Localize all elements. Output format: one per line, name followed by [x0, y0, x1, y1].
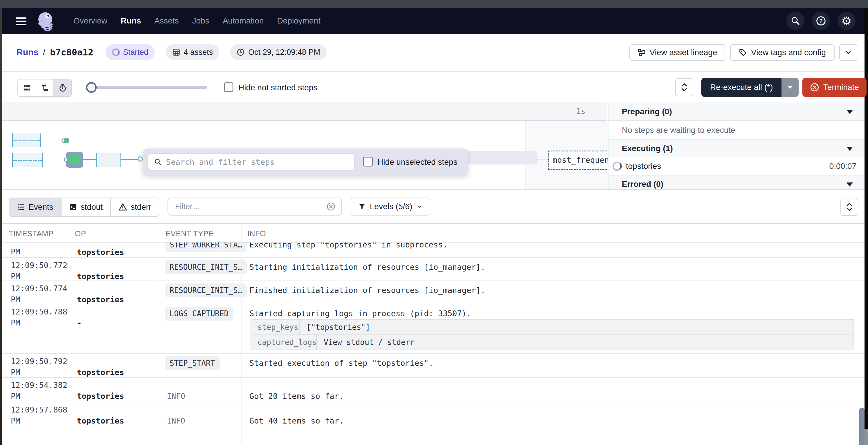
step-search-box [148, 153, 355, 171]
collapse-chevron-icon[interactable] [846, 182, 853, 186]
svg-text:?: ? [819, 18, 823, 24]
terminal-icon [69, 203, 77, 211]
section-title: Executing (1) [622, 144, 673, 153]
header-more-button[interactable] [839, 44, 857, 61]
table-scrollbar-thumb[interactable] [859, 408, 865, 445]
status-badge: Started [106, 44, 155, 60]
view-asset-lineage-button[interactable]: View asset lineage [629, 44, 725, 61]
nav-item-runs[interactable]: Runs [121, 16, 141, 26]
window-left-edge [0, 8, 2, 445]
step-bar-notstarted-2[interactable] [12, 153, 43, 167]
dagster-logo-icon[interactable] [35, 10, 57, 33]
levels-filter-button[interactable]: Levels (5/6) [351, 198, 430, 215]
reexecute-all-button[interactable]: Re-execute all (*) [701, 78, 781, 97]
tab-stderr[interactable]: stderr [110, 198, 159, 216]
executing-step-elapsed: 0:00:07 [829, 162, 857, 171]
nav-item-assets[interactable]: Assets [154, 16, 179, 26]
events-expand-button[interactable] [840, 198, 859, 216]
event-row[interactable]: 12:09:50.770 PM topstories STEP_WORKER_S… [2, 242, 865, 258]
panel-section-executing[interactable]: Executing (1) [609, 140, 865, 157]
run-id: b7c80a12 [50, 47, 93, 58]
top-nav: Overview Runs Assets Jobs Automation Dep… [2, 8, 865, 34]
events-list-icon [17, 203, 25, 211]
event-row[interactable]: 12:09:57.868 PM topstories INFO Got 40 i… [2, 401, 865, 445]
view-tags-config-button[interactable]: View tags and config [730, 44, 835, 61]
terminate-button[interactable]: Terminate [802, 78, 867, 97]
step-bar-running-selected[interactable] [66, 152, 83, 168]
log-filter-input[interactable] [168, 202, 326, 211]
event-type-badge: RESOURCE_INIT_S… [165, 283, 247, 297]
timed-view-button[interactable] [54, 79, 71, 96]
up-down-chevrons-icon [846, 202, 853, 212]
pending-step-box[interactable]: most_frequent_words [548, 150, 609, 170]
nav-item-jobs[interactable]: Jobs [192, 16, 209, 26]
gantt-view-mode-switcher [18, 79, 72, 97]
view-stdout-stderr-link[interactable]: View stdout / stderr [317, 338, 414, 347]
dropdown-caret-icon [787, 85, 793, 89]
event-type-badge: STEP_WORKER_STA… [165, 242, 247, 252]
funnel-icon [358, 203, 366, 210]
panel-section-errored[interactable]: Errored (0) [609, 175, 865, 190]
nav-item-deployment[interactable]: Deployment [277, 16, 320, 26]
events-table-header: TIMESTAMP OP EVENT TYPE INFO [2, 224, 865, 242]
event-metadata-table: step_keys ["topstories"] captured_logs V… [251, 319, 854, 350]
up-down-chevrons-icon [680, 82, 688, 92]
menu-icon[interactable] [16, 16, 26, 27]
step-search-input[interactable] [162, 158, 354, 167]
panel-section-preparing[interactable]: Preparing (0) [609, 102, 865, 121]
tag-icon [739, 48, 747, 57]
gantt-toolbar: Hide not started steps Re-execute all (*… [2, 72, 865, 103]
zoom-slider-handle[interactable] [86, 82, 97, 93]
nav-item-overview[interactable]: Overview [73, 16, 107, 26]
flat-view-button[interactable] [18, 79, 36, 96]
run-header: Runs / b7c80a12 Started 4 assets Oct 29, [2, 34, 865, 72]
hide-not-started-label[interactable]: Hide not started steps [238, 83, 317, 92]
event-row[interactable]: 12:09:50.792 PM topstories STEP_START St… [2, 354, 865, 378]
hide-unselected-checkbox[interactable] [363, 157, 373, 167]
warning-triangle-icon [119, 203, 127, 211]
settings-button[interactable]: ⚙︎ [838, 12, 856, 30]
clear-filter-icon[interactable] [326, 202, 341, 211]
event-row[interactable]: 12:09:50.774 PM topstories RESOURCE_INIT… [2, 281, 865, 304]
hide-not-started-checkbox[interactable] [224, 82, 234, 92]
breadcrumb-runs-link[interactable]: Runs [17, 47, 38, 57]
event-row[interactable]: 12:09:50.772 PM topstories RESOURCE_INIT… [2, 258, 865, 281]
metadata-row: step_keys ["topstories"] [251, 320, 854, 335]
executing-step-row[interactable]: topstories 0:00:07 [609, 157, 865, 175]
help-button[interactable]: ? [812, 12, 830, 30]
gantt-expand-button[interactable] [675, 78, 693, 96]
event-row[interactable]: 12:09:54.382 PM topstories INFO Got 20 i… [2, 378, 865, 401]
hide-unselected-label[interactable]: Hide unselected steps [377, 158, 458, 167]
event-type-badge: RESOURCE_INIT_S… [165, 260, 247, 274]
waterfall-view-icon [41, 83, 49, 92]
collapse-chevron-icon[interactable] [846, 147, 853, 151]
col-op: OP [75, 229, 86, 238]
event-row[interactable]: 12:09:50.788 PM - LOGS_CAPTURED Started … [2, 304, 865, 354]
event-type-badge: LOGS_CAPTURED [165, 307, 234, 320]
chevron-down-icon [844, 49, 852, 56]
step-state-panel: Preparing (0) No steps are waiting to ex… [609, 102, 865, 190]
gear-icon: ⚙︎ [841, 15, 852, 27]
log-view-tabs: Events stdout stderr [9, 198, 159, 217]
window-right-edge [865, 8, 868, 445]
event-type-plain: INFO [167, 416, 185, 426]
search-button[interactable] [786, 12, 804, 30]
step-spinner-icon [613, 162, 622, 171]
col-info: INFO [247, 229, 266, 238]
step-bar-notstarted-1[interactable] [12, 133, 41, 147]
dep-node-icon [137, 157, 143, 162]
assets-badge[interactable]: 4 assets [166, 44, 219, 60]
tab-events[interactable]: Events [9, 198, 61, 216]
event-type-plain: INFO [167, 391, 185, 401]
circle-x-icon [810, 83, 819, 92]
tab-stdout[interactable]: stdout [61, 198, 110, 216]
reexecute-dropdown-button[interactable] [781, 78, 799, 97]
step-bar-notstarted-3[interactable] [96, 153, 121, 167]
search-icon [790, 16, 800, 26]
nav-item-automation[interactable]: Automation [223, 16, 264, 26]
zoom-slider-track[interactable] [89, 86, 207, 89]
waterfall-view-button[interactable] [36, 79, 54, 96]
nav-menu: Overview Runs Assets Jobs Automation Dep… [73, 8, 320, 34]
col-event-type: EVENT TYPE [165, 229, 214, 238]
collapse-chevron-icon[interactable] [846, 110, 853, 114]
